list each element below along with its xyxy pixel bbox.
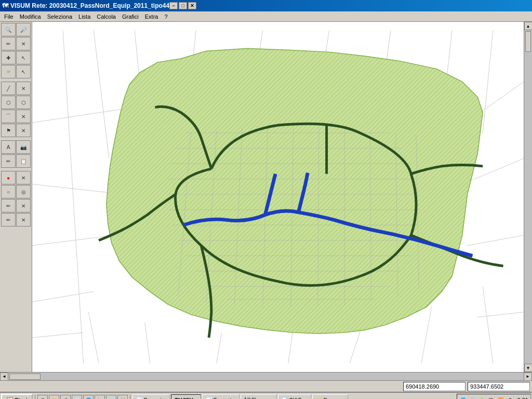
system-tray: 🌐 🔊 🔋 🛡 📶 ⚙ 6.31 (457, 394, 531, 399)
tool-row-13: ✏ ✕ (1, 199, 31, 212)
scroll-up-button[interactable]: ▲ (524, 22, 533, 30)
scroll-thumb[interactable] (525, 31, 531, 52)
hand-tool[interactable]: ☞ (1, 65, 16, 78)
tool-row-11: ● ✕ (1, 171, 31, 184)
tool-row-10: ✏ 📋 (1, 154, 31, 168)
coord-x-field: 690418.2690 (403, 382, 466, 391)
snap-tool[interactable]: ✕ (16, 110, 31, 123)
main-area: 🔍 🔎 ✏ ✕ ✚ ↖ ☞ ↖ ╱ ✕ ⬡ ⬡ ⌒ ✕ ⚑ ✕ (0, 22, 532, 372)
taskbar-present2-button[interactable]: 📊 Present... (202, 394, 240, 399)
tool-row-1: 🔍 🔎 (1, 23, 31, 36)
taskbar-print-icon[interactable]: 🖨 (60, 395, 71, 399)
edit-tool[interactable]: ✏ (1, 154, 16, 168)
zoom-out-button[interactable]: 🔎 (16, 23, 31, 36)
map-container[interactable] (32, 22, 524, 372)
select-tool[interactable]: ↖ (16, 51, 31, 64)
ruler-tool[interactable]: ✕ (16, 213, 31, 227)
taskbar-mail-icon[interactable]: 📧 (72, 395, 82, 399)
tray-battery-icon: 🔋 (478, 396, 486, 399)
toolbar: 🔍 🔎 ✏ ✕ ✚ ↖ ☞ ↖ ╱ ✕ ⬡ ⬡ ⌒ ✕ ⚑ ✕ (0, 22, 32, 372)
minimize-button[interactable]: − (169, 2, 178, 9)
coord-y-field: 933447.6502 (468, 382, 530, 391)
tool-row-9: A 📷 (1, 140, 31, 154)
delete-tool[interactable]: ✕ (16, 37, 31, 50)
tool-row-12: ○ ◎ (1, 185, 31, 198)
window-controls: − □ ✕ (169, 2, 196, 9)
del2-tool[interactable]: ✕ (16, 199, 31, 212)
edit2-tool[interactable]: ✏ (1, 199, 16, 212)
text-tool[interactable]: A (1, 140, 16, 154)
tool-row-2: ✏ ✕ (1, 37, 31, 50)
titlebar: 🗺 VISUM Rete: 20030412_PassNord_Equip_20… (0, 0, 532, 11)
tray-clock: 6.31 (515, 397, 528, 399)
measure-tool[interactable]: ✕ (16, 124, 31, 137)
menu-calcola[interactable]: Calcola (94, 12, 119, 21)
node-tool[interactable]: ⬡ (16, 96, 31, 109)
tray-volume-icon: 🔊 (469, 396, 477, 399)
taskbar-folder-icon[interactable]: 📁 (49, 395, 59, 399)
menu-help[interactable]: ? (161, 12, 170, 21)
tray-extra-icon: 📶 (497, 396, 505, 399)
taskbar-separator (35, 395, 35, 399)
flag-tool[interactable]: ⚑ (1, 124, 16, 137)
menu-seleziona[interactable]: Seleziona (44, 12, 75, 21)
scroll-track[interactable] (524, 30, 532, 364)
taskbar-present1-button[interactable]: 📊 Present... (132, 394, 170, 399)
poly-tool[interactable]: ⬡ (1, 96, 16, 109)
horizontal-scrollbar: ◄ ► (0, 372, 532, 380)
line-tool[interactable]: ╱ (1, 82, 16, 95)
taskbar: 🪟 Start 🖥 📁 🖨 📧 🌐 ▶ 💿 📋 📊 Present... 🗺 V… (0, 392, 532, 399)
taskbar-explorer-icon[interactable]: 🖥 (37, 395, 48, 399)
urban-zone (107, 48, 483, 334)
tool-row-7: ⌒ ✕ (1, 110, 31, 123)
hscroll-track[interactable] (8, 373, 524, 380)
hscroll-thumb[interactable] (9, 374, 41, 380)
menubar: File Modifica Seleziona Lista Calcola Gr… (0, 11, 532, 22)
clip-tool[interactable]: 📋 (16, 154, 31, 168)
taskbar-ie-icon[interactable]: 🌐 (83, 395, 94, 399)
menu-modifica[interactable]: Modifica (17, 12, 44, 21)
cursor-tool[interactable]: ↖ (16, 65, 31, 78)
separator-1 (1, 79, 31, 81)
maximize-button[interactable]: □ (179, 2, 187, 9)
cross2-tool[interactable]: ✕ (16, 171, 31, 184)
separator-2 (1, 138, 31, 140)
taskbar-media-icon[interactable]: ▶ (95, 395, 105, 399)
taskbar-floppy-button[interactable]: 💾 Floppy ... (241, 394, 277, 399)
arc-tool[interactable]: ⌒ (1, 110, 16, 123)
menu-file[interactable]: File (1, 12, 17, 21)
scroll-left-button[interactable]: ◄ (0, 373, 8, 381)
circle-tool[interactable]: ○ (1, 185, 16, 198)
taskbar-burn-icon[interactable]: 💿 (106, 395, 116, 399)
app-icon: 🗺 (2, 2, 8, 9)
scroll-right-button[interactable]: ► (524, 373, 532, 381)
menu-extra[interactable]: Extra (142, 12, 162, 21)
tool-row-4: ☞ ↖ (1, 65, 31, 78)
vertical-scrollbar: ▲ ▼ (524, 22, 532, 372)
pencil-tool[interactable]: ✏ (1, 37, 16, 50)
taskbar-ciao-button[interactable]: 📄 CIAO ... (278, 394, 311, 399)
taskbar-extra-icon[interactable]: 📋 (117, 395, 128, 399)
cross-tool[interactable]: ✕ (16, 82, 31, 95)
image-tool[interactable]: 📷 (16, 140, 31, 154)
taskbar-docum-button[interactable]: 📁 Docum... (312, 394, 348, 399)
pen-tool[interactable]: ✏ (1, 213, 16, 227)
taskbar-visum-button[interactable]: 🗺 VISU... (171, 394, 201, 399)
map-canvas (32, 22, 524, 372)
tool-row-14: ✏ ✕ (1, 213, 31, 227)
start-icon: 🪟 (6, 397, 14, 400)
titlebar-title: VISUM Rete: 20030412_PassNord_Equip_2011… (10, 2, 169, 9)
close-button[interactable]: ✕ (188, 2, 196, 9)
tool-row-8: ⚑ ✕ (1, 124, 31, 137)
circle2-tool[interactable]: ◎ (16, 185, 31, 198)
tray-extra2-icon: ⚙ (506, 396, 514, 399)
menu-lista[interactable]: Lista (75, 12, 94, 21)
red-dot-tool[interactable]: ● (1, 171, 16, 184)
tray-network-icon: 🌐 (459, 396, 468, 399)
start-button[interactable]: 🪟 Start (1, 394, 33, 399)
menu-grafici[interactable]: Grafici (119, 12, 142, 21)
pointer-tool[interactable]: ✚ (1, 51, 16, 64)
scroll-down-button[interactable]: ▼ (524, 364, 533, 372)
start-label: Start (15, 397, 28, 399)
zoom-in-button[interactable]: 🔍 (1, 23, 16, 36)
